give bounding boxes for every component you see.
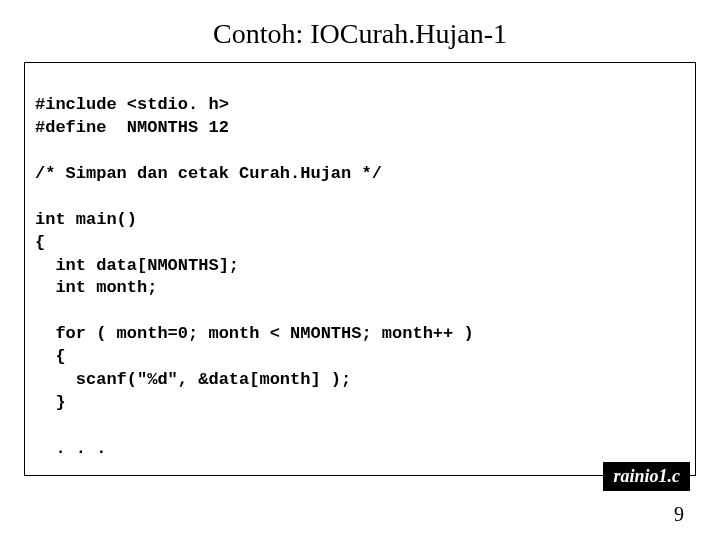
code-line: int data[NMONTHS]; <box>35 256 239 275</box>
code-line: { <box>35 347 66 366</box>
slide-title: Contoh: IOCurah.Hujan-1 <box>0 0 720 62</box>
code-line: . . . <box>35 439 106 458</box>
page-number: 9 <box>674 503 684 526</box>
code-line: #include <stdio. h> <box>35 95 229 114</box>
code-line: /* Simpan dan cetak Curah.Hujan */ <box>35 164 382 183</box>
code-line: } <box>35 393 66 412</box>
file-label-badge: rainio1.c <box>603 462 690 491</box>
code-line: scanf("%d", &data[month] ); <box>35 370 351 389</box>
code-line: #define NMONTHS 12 <box>35 118 229 137</box>
code-block: #include <stdio. h> #define NMONTHS 12 /… <box>24 62 696 476</box>
code-line: int month; <box>35 278 157 297</box>
code-line: int main() <box>35 210 137 229</box>
code-line: { <box>35 233 45 252</box>
code-line: for ( month=0; month < NMONTHS; month++ … <box>35 324 474 343</box>
